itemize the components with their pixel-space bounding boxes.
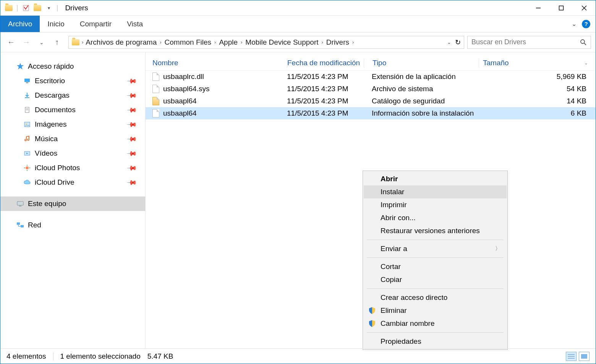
column-header-name[interactable]: Nombre [146, 59, 287, 67]
context-menu-label: Copiar [381, 275, 402, 284]
back-button[interactable]: ← [5, 36, 17, 48]
svg-point-15 [26, 123, 27, 125]
sidebar-network[interactable]: Red [0, 218, 145, 232]
sidebar-item[interactable]: Vídeos📌 [0, 146, 145, 161]
context-menu-label: Imprimir [381, 201, 407, 209]
context-menu-item[interactable]: Restaurar versiones anteriores [364, 224, 507, 237]
sidebar-item-label: Vídeos [35, 149, 57, 158]
context-menu-item[interactable]: Abrir [364, 172, 507, 185]
column-header-type[interactable]: Tipo [364, 59, 479, 67]
context-menu-item[interactable]: Imprimir [364, 198, 507, 211]
file-type: Archivo de sistema [363, 85, 478, 93]
svg-line-6 [584, 43, 586, 45]
context-menu-item[interactable]: Abrir con... [364, 211, 507, 224]
context-menu-label: Crear acceso directo [381, 293, 447, 302]
star-icon [16, 63, 24, 70]
close-button[interactable] [573, 0, 596, 16]
pin-icon: 📌 [126, 177, 138, 188]
search-icon [580, 39, 587, 46]
file-row[interactable]: usbaapl64 11/5/2015 4:23 PM Información … [146, 107, 596, 119]
properties-icon[interactable] [22, 4, 30, 12]
svg-rect-24 [19, 206, 21, 206]
up-button[interactable]: ↑ [51, 36, 63, 48]
sidebar-quick-access[interactable]: Acceso rápido [0, 59, 145, 74]
context-menu-item[interactable]: Eliminar [364, 304, 507, 317]
item-icon [23, 164, 31, 172]
file-type: Información sobre la instalación [363, 109, 478, 118]
forward-button[interactable]: → [20, 36, 32, 48]
sidebar-item[interactable]: Imágenes📌 [0, 117, 145, 132]
context-menu-label: Instalar [381, 188, 404, 196]
status-selection-size: 5.47 KB [147, 352, 173, 361]
qat-dropdown-icon[interactable]: ▾ [45, 4, 53, 12]
tab-compartir[interactable]: Compartir [72, 16, 119, 32]
details-view-button[interactable] [566, 352, 577, 361]
file-list-pane: Nombre Fecha de modificación Tipo Tamaño… [146, 52, 596, 348]
chevron-right-icon: › [82, 39, 83, 45]
address-dropdown-icon[interactable]: ⌄ [447, 39, 451, 45]
submenu-chevron-icon: 〉 [495, 245, 500, 252]
file-date: 11/5/2015 4:23 PM [287, 109, 363, 118]
breadcrumb-segment[interactable]: Apple [219, 38, 238, 47]
status-bar: 4 elementos 1 elemento seleccionado 5.47… [0, 348, 596, 364]
column-header-date[interactable]: Fecha de modificación [287, 59, 364, 67]
computer-icon [16, 200, 24, 208]
chevron-right-icon: › [214, 39, 216, 45]
recent-locations-chevron-icon[interactable]: ⌄ [36, 36, 48, 48]
column-header-size[interactable]: Tamaño ⌄ [479, 59, 596, 67]
pin-icon: 📌 [126, 119, 138, 130]
sidebar-item[interactable]: Escritorio📌 [0, 74, 145, 88]
sidebar-item[interactable]: Documentos📌 [0, 103, 145, 117]
sidebar-item[interactable]: Descargas📌 [0, 88, 145, 103]
ribbon-collapse-chevron-icon[interactable]: ⌄ [572, 20, 577, 27]
breadcrumb-segment[interactable]: Drivers [326, 38, 349, 47]
breadcrumb-segment[interactable]: Common Files [165, 38, 211, 47]
status-separator [53, 352, 53, 361]
sidebar-this-pc[interactable]: Este equipo [0, 196, 145, 211]
maximize-button[interactable] [550, 0, 573, 16]
new-folder-icon[interactable] [34, 4, 41, 12]
qat-separator: | [16, 4, 18, 12]
sidebar-item-label: Acceso rápido [28, 62, 74, 71]
navigation-sidebar: Acceso rápido Escritorio📌Descargas📌Docum… [0, 52, 146, 348]
file-row[interactable]: usbaaplrc.dll 11/5/2015 4:23 PM Extensió… [146, 71, 596, 83]
context-menu-item[interactable]: Copiar [364, 273, 507, 286]
context-menu-item[interactable]: Instalar [364, 185, 507, 198]
context-menu-item[interactable]: Cortar [364, 260, 507, 273]
thumbnails-view-button[interactable] [579, 352, 590, 361]
file-icon [152, 72, 159, 81]
context-menu-item[interactable]: Propiedades [364, 335, 507, 348]
ribbon-tabs: Archivo Inicio Compartir Vista ⌄ ? [0, 16, 596, 32]
minimize-button[interactable] [527, 0, 550, 16]
refresh-button[interactable]: ↻ [455, 38, 461, 47]
svg-rect-10 [25, 97, 29, 98]
context-menu: AbrirInstalarImprimirAbrir con...Restaur… [363, 171, 508, 350]
chevron-right-icon: › [160, 39, 161, 45]
context-menu-separator [367, 258, 504, 258]
svg-marker-7 [17, 63, 24, 69]
sidebar-item[interactable]: Música📌 [0, 132, 145, 146]
search-input[interactable]: Buscar en Drivers [467, 36, 591, 49]
tab-vista[interactable]: Vista [119, 16, 151, 32]
context-menu-item[interactable]: Enviar a〉 [364, 242, 507, 255]
file-icon [152, 109, 159, 118]
context-menu-item[interactable]: Crear acceso directo [364, 291, 507, 304]
tab-inicio[interactable]: Inicio [40, 16, 72, 32]
context-menu-item[interactable]: Cambiar nombre [364, 317, 507, 330]
sidebar-item[interactable]: iCloud Photos📌 [0, 161, 145, 175]
file-row[interactable]: usbaapl64 11/5/2015 4:23 PM Catálogo de … [146, 95, 596, 107]
status-selection-count: 1 elemento seleccionado [60, 352, 141, 361]
tab-archivo[interactable]: Archivo [0, 16, 40, 32]
help-icon[interactable]: ? [582, 20, 590, 28]
file-row[interactable]: usbaapl64.sys 11/5/2015 4:23 PM Archivo … [146, 83, 596, 95]
sidebar-item[interactable]: iCloud Drive📌 [0, 175, 145, 190]
svg-rect-25 [17, 222, 20, 225]
context-menu-label: Restaurar versiones anteriores [381, 227, 480, 235]
chevron-right-icon: › [352, 39, 354, 45]
breadcrumb-segment[interactable]: Mobile Device Support [245, 38, 318, 47]
context-menu-separator [367, 332, 504, 333]
address-bar[interactable]: › Archivos de programa›Common Files›Appl… [68, 36, 464, 49]
breadcrumb-segment[interactable]: Archivos de programa [86, 38, 157, 47]
pin-icon: 📌 [126, 90, 138, 101]
context-menu-label: Propiedades [381, 337, 421, 346]
